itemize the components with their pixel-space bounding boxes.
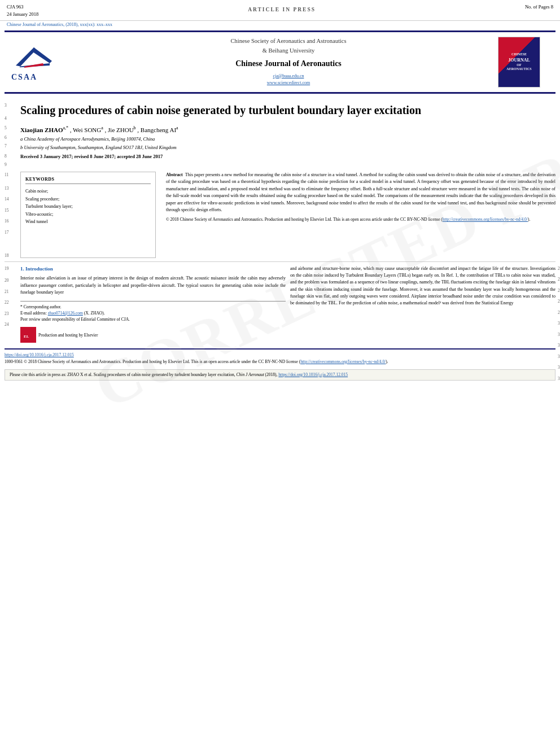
line-numbers-affil: 6 7	[5, 135, 20, 151]
elsevier-logo: EL	[20, 327, 36, 343]
line-17: 17	[5, 230, 16, 235]
abstract-content: This paper presents a new method for mea…	[166, 172, 555, 212]
doi-link[interactable]: https://doi.org/10.1016/j.cja.2017.12.01…	[5, 352, 74, 357]
affiliation-a: a China Academy of Aerospace Aerodynamic…	[20, 135, 177, 143]
journal-center: Chinese Society of Aeronautics and Astro…	[79, 37, 498, 88]
abstract-paragraph: Abstract This paper presents a new metho…	[166, 172, 555, 213]
top-bar-left: CJA 963 24 January 2018	[7, 3, 38, 18]
abstract-text-col: Abstract This paper presents a new metho…	[166, 172, 555, 258]
abstract-label: Abstract	[166, 172, 183, 177]
citation-line: Chinese Journal of Aeronautics, (2018), …	[0, 21, 560, 28]
journal-cover-image: CHINESE JOURNAL OF AERONAUTICS	[498, 37, 540, 88]
line-8: 8	[5, 154, 20, 159]
received-text: Received 3 January 2017; revised 8 June …	[20, 154, 163, 167]
journal-title: Chinese Journal of Aeronautics	[79, 58, 498, 70]
author3-sup: b	[134, 125, 136, 130]
keywords-list: Cabin noise; Scaling procedure; Turbulen…	[25, 187, 151, 226]
issn-line: 1000-9361 © 2018 Chinese Society of Aero…	[5, 359, 555, 365]
org-name: Chinese Society of Aeronautics and Astro…	[79, 37, 498, 56]
issn-text: 1000-9361 © 2018 Chinese Society of Aero…	[5, 359, 190, 364]
article-in-press-label: ARTICLE IN PRESS	[248, 7, 316, 12]
author3-name: , Jie ZHOU	[105, 126, 134, 133]
abstract-section: 11 13 14 15 16 17 18 KEYWORDS Cabin nois…	[5, 172, 555, 258]
author2-name: , Wei SONG	[70, 126, 101, 133]
line-19: 19	[5, 267, 16, 271]
line-7: 7	[5, 143, 20, 148]
author1-sup: a,*	[63, 125, 68, 130]
line-11: 11	[5, 173, 16, 177]
line-numbers-right: 25 26 27 28 29 30 31 32 33 34 35 36 37 3…	[558, 265, 560, 383]
line-34: 34	[558, 365, 560, 370]
top-bar: CJA 963 24 January 2018 ARTICLE IN PRESS…	[0, 0, 560, 21]
author4-name: , Bangcheng AI	[137, 126, 176, 133]
elsevier-logo-container: EL Production and hosting by Elsevier	[20, 327, 286, 343]
affiliations-section: 6 7 a China Academy of Aerospace Aerodyn…	[5, 135, 555, 151]
email-note: E-mail address: zhao0714@126.com (X. ZHA…	[20, 310, 286, 316]
keyword-4: Vibro-acoustic;	[25, 211, 151, 219]
line-numbers-received: 8 9	[5, 154, 20, 167]
corresponding-note: * Corresponding author.	[20, 304, 286, 310]
line-29: 29	[558, 311, 560, 315]
csaa-plane-icon	[11, 42, 56, 71]
line-27: 27	[558, 289, 560, 293]
keyword-2: Scaling procedure;	[25, 195, 151, 203]
elsevier-icon: EL	[21, 328, 35, 342]
footnotes: * Corresponding author. E-mail address: …	[20, 301, 286, 343]
svg-text:EL: EL	[24, 334, 29, 339]
line-5: 5	[5, 125, 20, 130]
keyword-5: Wind tunnel	[25, 218, 151, 226]
elsevier-text: Production and hosting by Elsevier	[38, 332, 98, 338]
affiliations: a China Academy of Aerospace Aerodynamic…	[20, 135, 177, 151]
line-6: 6	[5, 135, 20, 140]
csaa-logo: CSAA	[11, 42, 79, 82]
doi-line: https://doi.org/10.1016/j.cja.2017.12.01…	[5, 352, 555, 358]
line-13: 13	[5, 186, 16, 191]
body-section: 19 20 21 22 23 24 1. Introduction Interi…	[5, 265, 555, 343]
line-numbers-authors: 5	[5, 125, 20, 133]
received-section: 8 9 Received 3 January 2017; revised 8 J…	[5, 154, 555, 167]
keywords-box: KEYWORDS Cabin noise; Scaling procedure;…	[20, 172, 156, 258]
body-right-col: 25 26 27 28 29 30 31 32 33 34 35 36 37 3…	[290, 265, 555, 343]
line-31: 31	[558, 333, 560, 337]
section-1-title: 1. Introduction	[20, 265, 286, 273]
article-title: Scaling procedures of cabin noise genera…	[20, 103, 421, 121]
line-4: 4	[5, 116, 20, 121]
line-24: 24	[5, 322, 16, 327]
line-20: 20	[5, 278, 16, 283]
line-22: 22	[5, 300, 16, 305]
line-21: 21	[5, 290, 16, 294]
intro-left-text: Interior noise alleviation is an issue o…	[20, 275, 286, 296]
body-left-col: 1. Introduction Interior noise alleviati…	[20, 265, 286, 343]
line-32: 32	[558, 343, 560, 348]
line-15: 15	[5, 208, 16, 213]
line-25: 25	[558, 267, 560, 271]
line-16: 16	[5, 219, 16, 224]
author2-sup: a	[101, 125, 103, 130]
copyright-line: © 2018 Chinese Society of Aeronautics an…	[166, 217, 555, 223]
line-35: 35	[558, 377, 560, 381]
line-numbers-abstract: 11 13 14 15 16 17 18	[5, 172, 16, 258]
email-link[interactable]: zhao0714@126.com	[48, 311, 83, 316]
authors: Xiaojian ZHAOa,* , Wei SONGa , Jie ZHOUb…	[20, 125, 178, 133]
cite-doi-link[interactable]: https://doi.org/10.1016/j.cja.2017.12.01…	[278, 372, 348, 377]
footer-open-access: This is an open access article under the…	[191, 359, 388, 364]
article-id: CJA 963	[7, 3, 38, 11]
line-23: 23	[5, 312, 16, 316]
line-14: 14	[5, 197, 16, 202]
affiliation-b: b University of Southampton, Southampton…	[20, 143, 177, 151]
journal-links: cja@buaa.edu.cn www.sciencedirect.com	[79, 73, 498, 88]
line-33: 33	[558, 355, 560, 359]
keyword-3: Turbulent boundary layer;	[25, 203, 151, 211]
csaa-label: CSAA	[11, 73, 37, 82]
footer-section: https://doi.org/10.1016/j.cja.2017.12.01…	[5, 348, 555, 367]
intro-right-content: and airborne and structure-borne noise, …	[290, 266, 555, 306]
cc-license-link[interactable]: http://creativecommons.org/licenses/by-n…	[443, 217, 528, 222]
article-date: 24 January 2018	[7, 11, 38, 18]
journal-cover: CHINESE JOURNAL OF AERONAUTICS	[498, 37, 549, 88]
line-3: 3	[5, 103, 20, 108]
journal-header: CSAA Chinese Society of Aeronautics and …	[5, 30, 555, 94]
line-26: 26	[558, 277, 560, 282]
footer-cc-link[interactable]: http://creativecommons.org/licenses/by-n…	[300, 359, 386, 364]
author1-name: Xiaojian ZHAO	[20, 126, 63, 133]
line-numbers-body: 19 20 21 22 23 24	[5, 265, 16, 343]
